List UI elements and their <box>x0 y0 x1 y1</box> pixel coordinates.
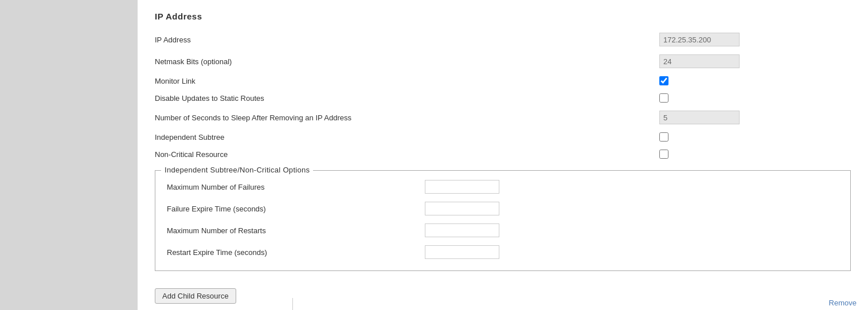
ip-address-label: IP Address <box>155 36 659 44</box>
restart-expire-input[interactable] <box>425 245 499 259</box>
max-restarts-input[interactable] <box>425 223 499 237</box>
ip-address-row: IP Address <box>155 33 851 46</box>
monitor-link-checkbox[interactable] <box>659 76 668 85</box>
netmask-bits-label: Netmask Bits (optional) <box>155 57 659 66</box>
failure-expire-label: Failure Expire Time (seconds) <box>167 205 425 213</box>
section-title: IP Address <box>155 11 851 21</box>
restart-expire-label: Restart Expire Time (seconds) <box>167 248 425 257</box>
disable-updates-label: Disable Updates to Static Routes <box>155 94 659 103</box>
netmask-bits-row: Netmask Bits (optional) <box>155 54 851 68</box>
sleep-seconds-row: Number of Seconds to Sleep After Removin… <box>155 111 851 124</box>
disable-updates-row: Disable Updates to Static Routes <box>155 93 851 103</box>
max-restarts-row: Maximum Number of Restarts <box>167 223 839 237</box>
non-critical-label: Non-Critical Resource <box>155 150 659 159</box>
monitor-link-row: Monitor Link <box>155 76 851 85</box>
sidebar <box>0 0 138 310</box>
failure-expire-input[interactable] <box>425 202 499 215</box>
sleep-seconds-input[interactable] <box>659 111 740 124</box>
independent-subtree-label: Independent Subtree <box>155 133 659 142</box>
remove-link[interactable]: Remove <box>829 299 857 307</box>
disable-updates-checkbox[interactable] <box>659 93 668 103</box>
netmask-bits-input[interactable] <box>659 54 740 68</box>
sleep-seconds-label: Number of Seconds to Sleep After Removin… <box>155 113 659 122</box>
failure-expire-row: Failure Expire Time (seconds) <box>167 202 839 215</box>
max-failures-label: Maximum Number of Failures <box>167 183 425 191</box>
restart-expire-row: Restart Expire Time (seconds) <box>167 245 839 259</box>
non-critical-row: Non-Critical Resource <box>155 150 851 159</box>
subtree-legend: Independent Subtree/Non-Critical Options <box>161 166 313 174</box>
monitor-link-label: Monitor Link <box>155 77 659 85</box>
max-failures-row: Maximum Number of Failures <box>167 180 839 194</box>
page-layout: IP Address IP Address Netmask Bits (opti… <box>0 0 868 310</box>
max-restarts-label: Maximum Number of Restarts <box>167 226 425 235</box>
subtree-options-box: Independent Subtree/Non-Critical Options… <box>155 170 851 271</box>
ip-address-input[interactable] <box>659 33 740 46</box>
max-failures-input[interactable] <box>425 180 499 194</box>
independent-subtree-row: Independent Subtree <box>155 132 851 142</box>
add-child-resource-button[interactable]: Add Child Resource <box>155 288 236 304</box>
independent-subtree-checkbox[interactable] <box>659 132 668 142</box>
non-critical-checkbox[interactable] <box>659 150 668 159</box>
main-content: IP Address IP Address Netmask Bits (opti… <box>138 0 868 310</box>
vertical-line <box>292 298 293 310</box>
